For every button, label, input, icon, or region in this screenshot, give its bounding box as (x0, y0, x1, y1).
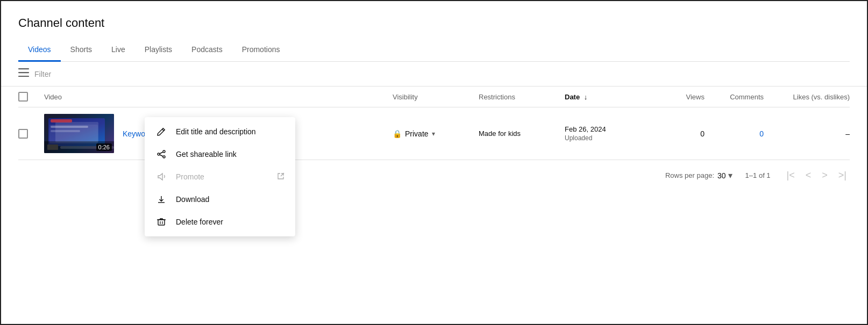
table-row: 0:26 Keyword Tracking With SEOptimer 🔒 P… (18, 107, 850, 160)
col-header-likes: Likes (vs. dislikes) (764, 93, 850, 101)
date-status: Uploaded (565, 134, 651, 142)
menu-download-label: Download (176, 195, 284, 204)
rows-per-page-value: 30 (717, 171, 726, 180)
visibility-dropdown-arrow[interactable]: ▾ (432, 130, 435, 138)
tab-shorts[interactable]: Shorts (61, 40, 102, 62)
rows-per-page-label: Rows per page: (665, 171, 714, 179)
svg-rect-0 (18, 68, 29, 69)
share-icon (155, 148, 167, 160)
table-header: Video Visibility Restrictions Date ↓ Vie… (18, 86, 850, 107)
svg-rect-10 (158, 220, 165, 225)
col-header-visibility: Visibility (393, 93, 479, 101)
col-header-restrictions: Restrictions (479, 93, 565, 101)
col-header-video: Video (44, 93, 393, 101)
page-info: 1–1 of 1 (745, 171, 771, 179)
table-area: Video Visibility Restrictions Date ↓ Vie… (1, 86, 867, 160)
menu-delete-label: Delete forever (176, 218, 284, 226)
menu-edit-label: Edit title and description (176, 127, 284, 136)
col-header-views: Views (651, 93, 705, 101)
menu-item-promote: Promote (145, 165, 295, 188)
header-check (18, 92, 44, 102)
first-page-button[interactable]: |< (784, 168, 798, 183)
row-checkbox[interactable] (18, 129, 28, 139)
filter-icon (18, 68, 29, 80)
menu-share-label: Get shareable link (176, 150, 284, 158)
visibility-cell: 🔒 Private ▾ (393, 129, 479, 138)
menu-item-edit[interactable]: Edit title and description (145, 120, 295, 143)
pencil-icon (155, 126, 167, 138)
tab-podcasts[interactable]: Podcasts (182, 40, 232, 62)
menu-promote-label: Promote (176, 172, 268, 181)
tab-live[interactable]: Live (102, 40, 135, 62)
svg-point-4 (158, 153, 160, 155)
filter-label: Filter (34, 70, 51, 78)
svg-line-7 (160, 155, 163, 156)
prev-page-button[interactable]: < (802, 168, 815, 183)
sort-arrow-icon: ↓ (584, 93, 588, 101)
views-cell: 0 (651, 129, 705, 138)
restrictions-cell: Made for kids (479, 129, 565, 138)
filter-bar[interactable]: Filter (1, 62, 867, 86)
menu-item-download[interactable]: Download (145, 188, 295, 211)
tab-promotions[interactable]: Promotions (232, 40, 290, 62)
header: Channel content Videos Shorts Live Playl… (1, 1, 867, 62)
rows-per-page-select[interactable]: 30 ▾ (717, 170, 732, 180)
thumb-duration: 0:26 (96, 143, 112, 151)
pagination-bar: Rows per page: 30 ▾ 1–1 of 1 |< < > >| (1, 160, 867, 191)
video-thumbnail[interactable]: 0:26 (44, 114, 114, 153)
date-value: Feb 26, 2024 (565, 125, 651, 133)
date-cell: Feb 26, 2024 Uploaded (565, 125, 651, 142)
last-page-button[interactable]: >| (835, 168, 850, 183)
row-check (18, 129, 44, 139)
rows-per-page: Rows per page: 30 ▾ (665, 170, 732, 180)
page-title: Channel content (18, 16, 850, 30)
page-wrapper: Channel content Videos Shorts Live Playl… (0, 0, 868, 325)
svg-line-6 (160, 152, 163, 154)
tab-playlists[interactable]: Playlists (135, 40, 182, 62)
visibility-value: Private (405, 129, 429, 138)
next-page-button[interactable]: > (819, 168, 831, 183)
likes-cell: – (764, 129, 850, 138)
external-link-icon (277, 172, 284, 182)
megaphone-icon (155, 171, 167, 183)
col-header-date[interactable]: Date ↓ (565, 93, 651, 101)
download-icon (155, 193, 167, 205)
svg-rect-1 (18, 72, 29, 73)
menu-item-delete[interactable]: Delete forever (145, 211, 295, 233)
svg-point-3 (163, 150, 165, 153)
select-all-checkbox[interactable] (18, 92, 28, 102)
col-header-comments: Comments (705, 93, 764, 101)
tab-videos[interactable]: Videos (18, 40, 61, 62)
tab-bar: Videos Shorts Live Playlists Podcasts Pr… (18, 40, 850, 62)
svg-point-5 (163, 156, 165, 158)
lock-icon: 🔒 (393, 129, 402, 138)
trash-icon (155, 216, 167, 228)
comments-cell[interactable]: 0 (705, 129, 764, 138)
rows-dropdown-arrow[interactable]: ▾ (728, 170, 732, 180)
context-menu: Edit title and description Get shareable (145, 117, 295, 236)
menu-item-share[interactable]: Get shareable link (145, 143, 295, 165)
svg-rect-2 (18, 76, 29, 77)
